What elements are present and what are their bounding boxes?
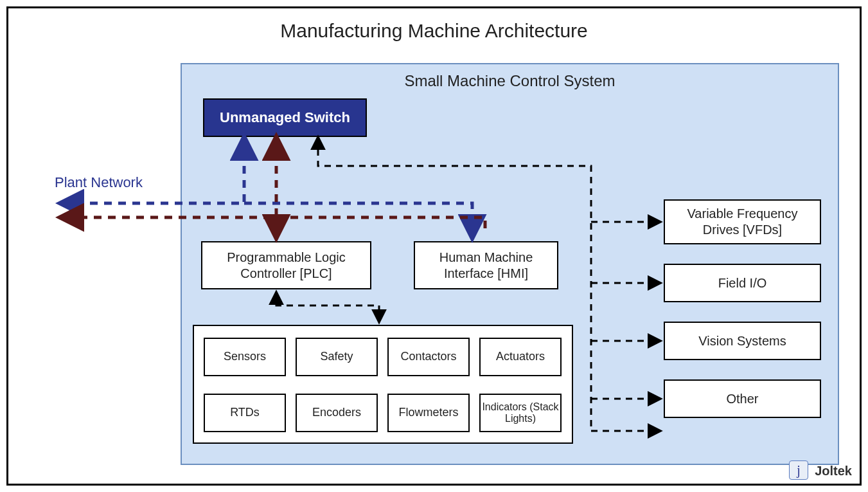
page-title: Manufacturing Machine Architecture — [8, 20, 860, 42]
io-indicators: Indicators (Stack Lights) — [479, 394, 562, 432]
plc-label: Programmable Logic Controller [PLC] — [208, 250, 365, 282]
control-system-title: Small Machine Control System — [182, 72, 838, 90]
other-label: Other — [726, 391, 758, 407]
unmanaged-switch-box: Unmanaged Switch — [203, 98, 367, 137]
field-io-label: Field I/O — [718, 275, 767, 291]
io-encoders: Encoders — [296, 394, 378, 432]
hmi-box: Human Machine Interface [HMI] — [414, 241, 558, 289]
io-safety: Safety — [296, 338, 378, 376]
io-rtds: RTDs — [204, 394, 286, 432]
plc-box: Programmable Logic Controller [PLC] — [201, 241, 371, 289]
hmi-label: Human Machine Interface [HMI] — [420, 250, 552, 282]
joltek-logo-icon: j — [789, 460, 808, 480]
vision-systems-label: Vision Systems — [698, 333, 786, 349]
io-devices-group: Sensors Safety Contactors Actuators RTDs… — [193, 325, 573, 444]
io-contactors: Contactors — [387, 338, 470, 376]
io-flowmeters: Flowmeters — [387, 394, 470, 432]
joltek-logo-text: Joltek — [815, 464, 852, 478]
vfd-box: Variable Frequency Drives [VFDs] — [664, 199, 821, 244]
unmanaged-switch-label: Unmanaged Switch — [220, 109, 350, 127]
other-box: Other — [664, 379, 821, 418]
diagram-frame: Manufacturing Machine Architecture Small… — [6, 6, 862, 486]
field-io-box: Field I/O — [664, 264, 821, 302]
vision-systems-box: Vision Systems — [664, 322, 821, 360]
io-sensors: Sensors — [204, 338, 286, 376]
vfd-label: Variable Frequency Drives [VFDs] — [670, 206, 815, 238]
io-actuators: Actuators — [479, 338, 562, 376]
plant-network-label: Plant Network — [55, 174, 143, 191]
